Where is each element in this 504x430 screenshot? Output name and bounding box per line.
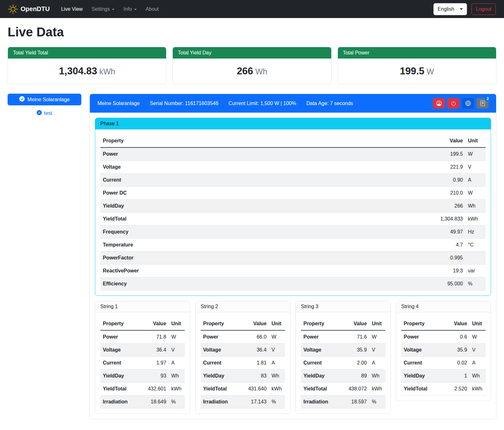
table-row: Power 71.8 W (100, 330, 185, 344)
inverter-select-button[interactable]: Meine Solaranlage (8, 94, 81, 105)
column-header-unit: Unit (169, 317, 185, 330)
row-value: 0.90 (421, 174, 465, 187)
app-brand[interactable]: OpenDTU (8, 4, 50, 14)
row-property: YieldTotal (301, 383, 341, 396)
column-header-property: Property (201, 317, 240, 330)
row-value: 95.000 (421, 277, 465, 290)
row-value: 35.9 (441, 344, 470, 357)
row-property: Current (201, 357, 240, 370)
row-value: 19.3 (421, 265, 465, 277)
row-value: 49.97 (421, 226, 465, 239)
nav-info-label: Info (123, 6, 132, 12)
test-inverter-link[interactable]: test (8, 110, 81, 116)
table-row: YieldDay 89 Wh (301, 370, 385, 383)
row-unit: W (470, 330, 486, 344)
row-value: 199.5 (421, 147, 465, 161)
row-property: Voltage (201, 344, 240, 357)
summary-card-header: Total Yield Day (173, 47, 331, 59)
row-property: YieldTotal (100, 383, 140, 396)
row-unit: A (465, 174, 486, 187)
power-button[interactable] (447, 98, 459, 109)
phase-panel: Phase 1 Property Value Unit (95, 118, 491, 296)
summary-card-body: 266Wh (173, 59, 331, 84)
language-select-value: English (438, 6, 454, 12)
row-property: Current (100, 174, 421, 187)
summary-cards-row: Total Yield Total 1,304.83kWh Total Yiel… (8, 47, 496, 84)
string-card-body: Property Value Unit Power (196, 312, 290, 414)
summary-card-header: Total Yield Total (8, 47, 166, 59)
row-property: YieldDay (201, 370, 240, 383)
row-property: Irradiation (201, 396, 240, 408)
summary-value: 1,304.83 (59, 65, 97, 77)
row-unit: Wh (465, 200, 486, 213)
row-unit: A (169, 357, 185, 370)
table-row: Voltage 35.9 V (401, 344, 486, 357)
logout-button[interactable]: Logout (471, 3, 496, 15)
event-log-button[interactable]: 2 (476, 98, 488, 109)
row-value: 1.97 (140, 357, 169, 370)
row-value: 18.597 (341, 396, 370, 408)
row-unit: % (269, 396, 285, 408)
nav-settings[interactable]: Settings (87, 4, 119, 15)
chevron-down-icon (134, 9, 137, 10)
row-unit: var (465, 265, 486, 277)
nav-live-view-label: Live View (61, 6, 83, 12)
summary-card-header: Total Power (338, 47, 496, 59)
inverter-serial: Serial Number: 116171603546 (150, 101, 218, 106)
string-card-title: String 4 (396, 301, 491, 312)
table-row: Current 2.00 A (301, 357, 385, 370)
language-select[interactable]: English (433, 3, 467, 15)
row-value: 0.995 (421, 252, 465, 265)
table-row: Temperature 4.7 °C (100, 239, 486, 252)
table-row: YieldDay 83 Wh (201, 370, 285, 383)
table-header-row: Property Value Unit (100, 317, 185, 330)
column-header-unit: Unit (369, 317, 385, 330)
string-card-body: Property Value Unit Power (296, 312, 390, 414)
row-value: 36.4 (240, 344, 269, 357)
row-unit: A (269, 357, 285, 370)
string-card-title: String 2 (196, 301, 290, 312)
row-property: Irradiation (301, 396, 341, 408)
column-header-value: Value (341, 317, 370, 330)
row-property: Current (100, 357, 140, 370)
row-unit: W (269, 330, 285, 344)
column-header-value: Value (441, 317, 470, 330)
table-row: YieldTotal 2.520 kWh (401, 383, 486, 396)
table-row: Irradiation 18.597 % (301, 396, 385, 408)
chevron-down-icon (460, 8, 463, 10)
table-header-row: Property Value Unit (301, 317, 385, 330)
row-property: Power (100, 330, 140, 344)
row-unit: % (465, 277, 486, 290)
limit-settings-button[interactable] (433, 98, 445, 109)
row-value: 431.640 (240, 383, 269, 396)
row-value: 71.6 (341, 330, 370, 344)
nav-info[interactable]: Info (119, 4, 141, 15)
nav-live-view[interactable]: Live View (57, 4, 87, 15)
phase-table-body: Power 199.5 W Voltage 221.9 V (100, 147, 486, 290)
inverter-limit: Current Limit: 1,500 W | 100% (228, 101, 296, 106)
row-unit: A (470, 357, 486, 370)
row-value: 35.9 (341, 344, 370, 357)
row-property: Power (301, 330, 341, 344)
table-row: PowerFactor 0.995 (100, 252, 486, 265)
row-unit (465, 252, 486, 265)
content-row: Meine Solaranlage test Meine Solaranlage… (8, 94, 496, 419)
brand-label: OpenDTU (21, 5, 50, 13)
column-header-property: Property (401, 317, 441, 330)
row-unit: Wh (470, 370, 486, 383)
nav-about[interactable]: About (141, 4, 163, 15)
row-property: Temperature (100, 239, 421, 252)
column-header-unit: Unit (470, 317, 486, 330)
device-info-button[interactable] (462, 98, 474, 109)
string-card-body: Property Value Unit Power (95, 312, 190, 414)
inverter-card-header: Meine Solaranlage Serial Number: 1161716… (90, 94, 496, 113)
table-row: YieldTotal 432.601 kWh (100, 383, 185, 396)
row-value: 83 (240, 370, 269, 383)
navbar-right: English Logout (433, 3, 496, 15)
row-property: YieldTotal (201, 383, 240, 396)
table-row: Voltage 36.4 V (201, 344, 285, 357)
row-value: 1,304.833 (421, 213, 465, 226)
inverter-select-label: Meine Solaranlage (28, 97, 70, 103)
string-card-body: Property Value Unit Power (396, 312, 491, 401)
summary-card-body: 1,304.83kWh (8, 59, 166, 84)
